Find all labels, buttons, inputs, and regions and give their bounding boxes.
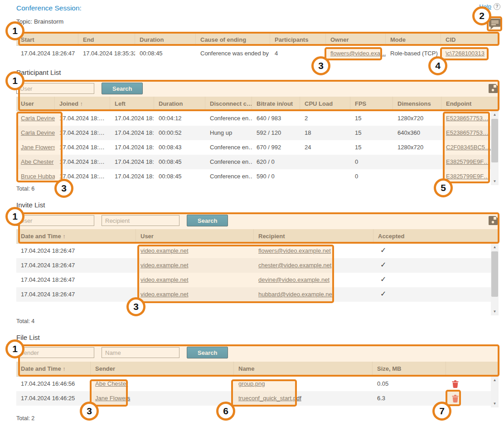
participant-total: Total: 6 — [16, 186, 34, 192]
trash-icon[interactable] — [452, 395, 459, 402]
participant-user-link[interactable]: Carla Devine — [21, 129, 55, 136]
column-header: End — [78, 33, 135, 45]
invite-recipient-search-input[interactable] — [102, 215, 179, 226]
column-header-sorted[interactable]: Joined ↑ — [55, 97, 110, 111]
file-sender-link[interactable]: Abe Chester — [95, 380, 128, 387]
column-header — [446, 362, 499, 376]
invite-search-button[interactable]: Search — [187, 215, 228, 226]
session-owner-link[interactable]: flowers@video.exa… — [330, 50, 386, 57]
file-row: 17.04.2024 16:46:25 Jane Flowers truecon… — [16, 391, 491, 406]
participant-cpu-load: 2 — [300, 111, 350, 126]
file-name-link[interactable]: trueconf_quick_start.pdf — [238, 395, 301, 402]
participant-disconnect-cause: Conference en… — [205, 169, 252, 184]
column-header-sorted[interactable]: Date and Time ↑ — [16, 229, 136, 243]
scroll-up-icon[interactable]: ▲ — [491, 244, 499, 251]
column-header[interactable]: FPS — [350, 97, 393, 111]
vertical-scrollbar[interactable]: ▲ ▼ — [491, 377, 499, 407]
participant-bitrate: 670 / 992 — [252, 140, 300, 155]
column-header-sorted[interactable]: Date and Time ↑ — [16, 362, 91, 376]
participant-endpoint-link[interactable]: E3825799E9F… — [446, 173, 489, 180]
participant-fps: 0 — [350, 155, 393, 169]
invite-user-search-input[interactable] — [16, 215, 94, 226]
participant-joined: 17.04.2024 18:… — [55, 126, 110, 140]
scrollbar-thumb[interactable] — [491, 119, 498, 162]
column-header[interactable]: Dimensions — [393, 97, 441, 111]
chat-messages-icon[interactable] — [489, 19, 501, 29]
file-sender-search-input[interactable] — [16, 347, 94, 358]
session-mode: Role-based (TCP) — [386, 46, 441, 61]
file-name-search-input[interactable] — [102, 347, 179, 358]
column-header[interactable]: User — [16, 97, 55, 111]
column-header[interactable]: Left — [110, 97, 154, 111]
invite-datetime: 17.04.2024 18:26:47 — [16, 287, 136, 302]
column-header[interactable]: Accepted — [373, 229, 499, 243]
participant-endpoint-link[interactable]: E5238657753… — [446, 129, 489, 136]
participant-left: 17.04.2024 18:… — [110, 155, 154, 169]
column-header[interactable]: Bitrate in/out — [252, 97, 300, 111]
column-header[interactable]: Disconnect c… — [205, 97, 252, 111]
scrollbar-thumb[interactable] — [491, 251, 498, 297]
session-table-body: 17.04.2024 18:26:47 17.04.2024 18:35:32 … — [16, 46, 499, 61]
file-datetime: 17.04.2024 16:46:56 — [16, 377, 91, 391]
participant-search-bar: Search — [16, 83, 499, 94]
column-header: Start — [16, 33, 78, 45]
column-header[interactable]: Recipient — [254, 229, 373, 243]
invite-user-link[interactable]: video.example.net — [141, 247, 189, 254]
participant-endpoint-link[interactable]: E3825799E9F… — [446, 158, 489, 165]
column-header: Mode — [386, 33, 441, 45]
save-report-icon[interactable] — [489, 216, 498, 225]
vertical-scrollbar[interactable]: ▲ ▼ — [491, 111, 499, 185]
invite-list-title: Invite List — [16, 201, 45, 209]
column-header[interactable]: Endpoint — [441, 97, 499, 111]
participant-cpu-load: 18 — [300, 126, 350, 140]
participant-endpoint-link[interactable]: C2F08345BC5… — [446, 144, 491, 151]
file-name-link[interactable]: group.png — [238, 380, 265, 387]
file-search-bar: Search — [16, 347, 499, 358]
column-header[interactable]: CPU Load — [300, 97, 350, 111]
scroll-down-icon[interactable]: ▼ — [491, 308, 499, 315]
invite-recipient-link[interactable]: flowers@video.example.net — [258, 247, 331, 254]
invite-total: Total: 4 — [16, 318, 34, 324]
conference-session-page: Conference Session: Help ? Topic: Brains… — [0, 0, 504, 422]
participant-bitrate: 592 / 120 — [252, 126, 300, 140]
invite-recipient-link[interactable]: devine@video.example.net — [258, 276, 330, 283]
file-size: 6.3 — [373, 391, 446, 406]
file-sender-link[interactable]: Jane Flowers — [95, 395, 130, 402]
help-link[interactable]: Help — [479, 3, 491, 10]
session-cid-link[interactable]: \c\7268100313 — [446, 50, 485, 57]
column-header[interactable]: Sender — [91, 362, 234, 376]
invite-recipient-link[interactable]: chester@video.example.net — [258, 262, 331, 269]
invite-user-link[interactable]: video.example.net — [141, 262, 189, 269]
column-header[interactable]: User — [136, 229, 254, 243]
scroll-down-icon[interactable]: ▼ — [491, 400, 499, 407]
participant-row: Jane Flowers 17.04.2024 18:… 17.04.2024 … — [16, 140, 491, 155]
participant-user-link[interactable]: Carla Devine — [21, 115, 55, 122]
column-header[interactable]: Name — [234, 362, 373, 376]
scroll-up-icon[interactable]: ▲ — [491, 377, 499, 384]
help-question-icon[interactable]: ? — [494, 3, 500, 10]
participant-dimensions: 1280x720 — [393, 140, 441, 155]
invite-user-link[interactable]: video.example.net — [141, 276, 189, 283]
scroll-up-icon[interactable]: ▲ — [491, 111, 499, 118]
invite-recipient-link[interactable]: hubbard@video.example.net — [258, 291, 334, 298]
participant-endpoint-link[interactable]: E5238657753… — [446, 115, 489, 122]
participant-user-link[interactable]: Abe Chester — [21, 158, 53, 165]
file-search-button[interactable]: Search — [187, 347, 228, 358]
column-header[interactable]: Size, MB — [373, 362, 446, 376]
trash-icon[interactable] — [452, 380, 459, 388]
participant-search-button[interactable]: Search — [102, 83, 143, 94]
session-end: 17.04.2024 18:35:32 — [78, 46, 135, 61]
participant-user-search-input[interactable] — [16, 83, 94, 94]
save-report-icon[interactable] — [489, 84, 498, 93]
participant-user-link[interactable]: Bruce Hubbard — [21, 173, 55, 180]
session-participants: 4 — [270, 46, 326, 61]
column-header[interactable]: Duration — [154, 97, 205, 111]
participant-user-link[interactable]: Jane Flowers — [21, 144, 55, 151]
session-duration: 00:08:45 — [135, 46, 196, 61]
invite-user-link[interactable]: video.example.net — [141, 291, 189, 298]
vertical-scrollbar[interactable]: ▲ ▼ — [491, 244, 499, 315]
accepted-check-icon: ✓ — [373, 287, 491, 302]
scroll-down-icon[interactable]: ▼ — [491, 178, 499, 185]
invite-table-body: 17.04.2024 18:26:47 video.example.net fl… — [16, 244, 499, 315]
session-row: 17.04.2024 18:26:47 17.04.2024 18:35:32 … — [16, 46, 499, 61]
